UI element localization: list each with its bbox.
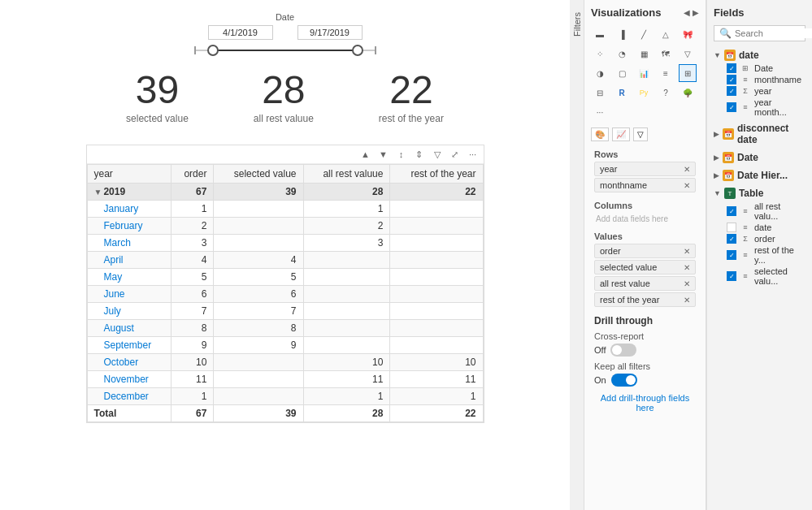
filters-strip[interactable]: Filters: [570, 0, 584, 510]
field-checkbox[interactable]: ✓: [727, 63, 736, 73]
pill-year-remove[interactable]: ✕: [684, 165, 690, 174]
field-item-year[interactable]: ✓Σyear: [714, 85, 805, 97]
pill-selected-value[interactable]: selected value ✕: [594, 260, 696, 274]
cross-report-label: Cross-report: [594, 331, 696, 341]
viz-funnel-icon[interactable]: ▽: [679, 45, 697, 63]
add-columns-placeholder[interactable]: Add data fields here: [594, 213, 696, 225]
slider-thumb-left[interactable]: [207, 45, 219, 56]
field-group-date: ▼📅date✓⊞Date✓≡monthname✓Σyear✓≡year mont…: [714, 48, 805, 118]
format-btn[interactable]: 🎨: [591, 128, 609, 141]
field-checkbox[interactable]: ✓: [727, 102, 736, 112]
pill-all-rest[interactable]: all rest value ✕: [594, 276, 696, 291]
date-end-input[interactable]: [297, 25, 363, 40]
sort-asc-btn[interactable]: ▲: [358, 147, 373, 162]
pill-rest-year[interactable]: rest of the year ✕: [594, 292, 696, 307]
pill-ar-remove[interactable]: ✕: [684, 279, 690, 288]
analytics-btn[interactable]: 📈: [612, 128, 630, 141]
viz-ribbon-icon[interactable]: 🎀: [679, 25, 697, 43]
viz-bar-icon[interactable]: ▬: [591, 25, 609, 43]
viz-qa-icon[interactable]: ?: [657, 84, 675, 102]
pill-monthname[interactable]: monthname ✕: [594, 178, 696, 192]
field-checkbox[interactable]: ✓: [727, 206, 736, 216]
viz-line-icon[interactable]: ╱: [635, 25, 653, 43]
field-item-order[interactable]: ✓Σorder: [714, 233, 805, 244]
field-item-selected valu...[interactable]: ✓≡selected valu...: [714, 266, 805, 287]
field-checkbox[interactable]: ✓: [727, 75, 736, 84]
date-slider-track[interactable]: [196, 50, 375, 51]
filter-btn[interactable]: ▽: [430, 147, 445, 162]
pill-order-remove[interactable]: ✕: [684, 247, 690, 256]
filter-panel-btn[interactable]: ▽: [633, 128, 648, 141]
date-filter: Date: [8, 12, 562, 54]
viz-treemap-icon[interactable]: ▦: [635, 45, 653, 63]
field-type-icon: Σ: [740, 235, 751, 243]
field-group-type-icon: 📅: [723, 128, 734, 140]
field-name: year month...: [754, 97, 805, 117]
sort-desc-btn[interactable]: ▼: [376, 147, 391, 162]
viz-panel-collapse[interactable]: ◀ ▶: [684, 8, 699, 17]
field-item-year month...[interactable]: ✓≡year month...: [714, 97, 805, 118]
kpi-row: 39 selected value 28 all rest valuue 22 …: [8, 71, 562, 124]
field-item-date[interactable]: ≡date: [714, 222, 805, 233]
field-group-header-Date Hier...[interactable]: ▶📅Date Hier...: [714, 168, 805, 183]
field-item-all rest valu...[interactable]: ✓≡all rest valu...: [714, 201, 805, 222]
date-start-input[interactable]: [208, 25, 273, 40]
fields-container: ▼📅date✓⊞Date✓≡monthname✓Σyear✓≡year mont…: [714, 48, 805, 287]
viz-matrix-icon[interactable]: ⊟: [591, 84, 609, 102]
field-type-icon: ≡: [740, 272, 751, 280]
viz-r-icon[interactable]: R: [613, 84, 631, 102]
viz-slicer-icon[interactable]: ≡: [657, 64, 675, 82]
values-section: Values order ✕ selected value ✕ all rest…: [591, 228, 699, 312]
viz-area-icon[interactable]: △: [657, 25, 675, 43]
viz-panel-header: Visualizations ◀ ▶: [591, 6, 699, 19]
sort-alpha-btn[interactable]: ↕: [394, 147, 409, 162]
drill-through-title: Drill through: [594, 315, 696, 326]
pill-sv-remove[interactable]: ✕: [684, 263, 690, 272]
field-group-header-date[interactable]: ▼📅date: [714, 48, 805, 63]
chevron-icon: ▼: [714, 51, 721, 59]
viz-kpi-icon[interactable]: 📊: [635, 64, 653, 82]
viz-scatter-icon[interactable]: ⁘: [591, 45, 609, 63]
field-checkbox[interactable]: ✓: [727, 234, 736, 244]
field-name: order: [754, 234, 775, 244]
field-checkbox[interactable]: ✓: [727, 271, 736, 281]
viz-more-icon[interactable]: ···: [591, 103, 609, 121]
field-group-label: date: [739, 50, 759, 61]
viz-table-icon selected[interactable]: ⊞: [679, 64, 697, 82]
viz-col-icon[interactable]: ▐: [613, 25, 631, 43]
field-group-type-icon: 📅: [724, 50, 736, 61]
viz-map-icon[interactable]: 🗺: [657, 45, 675, 63]
field-name: Date: [754, 63, 773, 73]
data-table-container: ▲ ▼ ↕ ⇕ ▽ ⤢ ··· year order selected valu…: [86, 145, 484, 423]
expand-btn[interactable]: ⇕: [412, 147, 427, 162]
viz-decomp-icon[interactable]: 🌳: [679, 84, 697, 102]
field-group-disconnect date: ▶📅disconnect date: [714, 121, 805, 147]
slider-thumb-right[interactable]: [352, 45, 363, 56]
col-year: year: [87, 165, 171, 184]
viz-pie-icon[interactable]: ◔: [613, 45, 631, 63]
add-drillthrough-btn[interactable]: Add drill-through fields here: [594, 391, 696, 414]
field-item-monthname[interactable]: ✓≡monthname: [714, 74, 805, 85]
field-group-header-Table[interactable]: ▼TTable: [714, 186, 805, 201]
field-checkbox[interactable]: ✓: [727, 86, 736, 96]
pill-order[interactable]: order ✕: [594, 244, 696, 258]
viz-card-icon[interactable]: ▢: [613, 64, 631, 82]
more-btn[interactable]: ···: [466, 147, 480, 162]
field-group-header-Date[interactable]: ▶📅Date: [714, 150, 805, 165]
cross-report-toggle[interactable]: [610, 344, 636, 357]
keep-filters-toggle[interactable]: [611, 374, 637, 387]
fullscreen-btn[interactable]: ⤢: [448, 147, 462, 162]
field-checkbox[interactable]: ✓: [727, 250, 736, 260]
values-title: Values: [594, 231, 696, 241]
field-item-rest of the y...[interactable]: ✓≡rest of the y...: [714, 244, 805, 266]
field-group-header-disconnect date[interactable]: ▶📅disconnect date: [714, 121, 805, 147]
pill-ry-remove[interactable]: ✕: [684, 296, 690, 305]
search-box[interactable]: 🔍: [714, 25, 805, 41]
pill-year[interactable]: year ✕: [594, 162, 696, 176]
pill-monthname-remove[interactable]: ✕: [684, 181, 690, 190]
field-checkbox[interactable]: [727, 223, 736, 232]
viz-gauge-icon[interactable]: ◑: [591, 64, 609, 82]
viz-py-icon[interactable]: Py: [635, 84, 653, 102]
search-input[interactable]: [735, 28, 812, 38]
field-item-Date[interactable]: ✓⊞Date: [714, 63, 805, 74]
